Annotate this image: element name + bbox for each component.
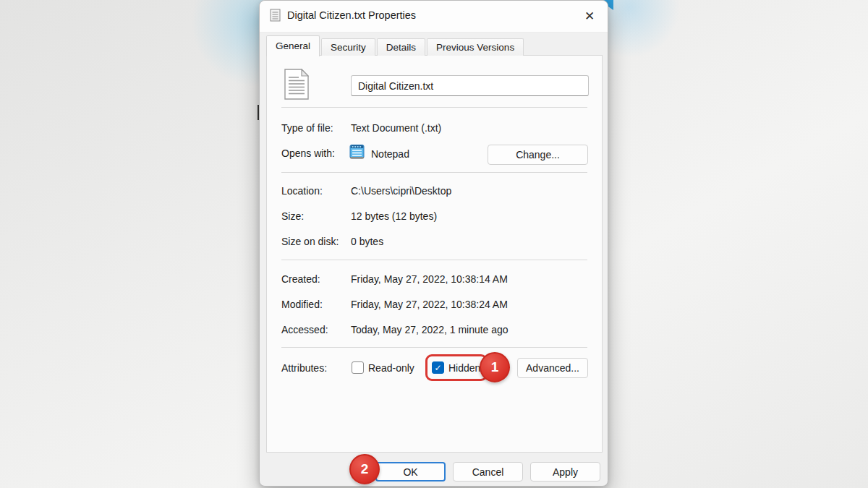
document-icon bbox=[270, 9, 281, 25]
location-label: Location: bbox=[281, 185, 323, 197]
general-tab-page: Type of file: Text Document (.txt) Opens… bbox=[266, 55, 603, 453]
read-only-checkbox-label[interactable]: Read-only bbox=[368, 362, 414, 374]
size-on-disk-label: Size on disk: bbox=[281, 236, 339, 247]
modified-value: Friday, May 27, 2022, 10:38:24 AM bbox=[351, 299, 508, 310]
opens-with-label: Opens with: bbox=[281, 147, 335, 159]
hidden-checkbox-label[interactable]: Hidden bbox=[448, 362, 480, 374]
cancel-button[interactable]: Cancel bbox=[453, 462, 523, 481]
created-value: Friday, May 27, 2022, 10:38:14 AM bbox=[351, 273, 508, 285]
separator bbox=[281, 347, 587, 348]
advanced-button[interactable]: Advanced... bbox=[517, 358, 588, 378]
desktop-background: Digital Citizen.txt Properties ✕ General… bbox=[0, 0, 868, 488]
created-label: Created: bbox=[281, 273, 320, 285]
tab-security[interactable]: Security bbox=[321, 38, 375, 56]
properties-dialog: Digital Citizen.txt Properties ✕ General… bbox=[259, 0, 608, 487]
filename-input[interactable] bbox=[351, 75, 589, 96]
hidden-checkbox[interactable]: ✓ bbox=[432, 361, 444, 374]
change-button[interactable]: Change... bbox=[488, 145, 588, 165]
location-value: C:\Users\cipri\Desktop bbox=[351, 185, 451, 197]
title-bar: Digital Citizen.txt Properties ✕ bbox=[260, 1, 608, 33]
modified-label: Modified: bbox=[281, 299, 323, 310]
separator bbox=[281, 172, 587, 173]
size-on-disk-value: 0 bytes bbox=[351, 236, 383, 247]
tab-strip: General Security Details Previous Versio… bbox=[266, 33, 601, 56]
checkmark-icon: ✓ bbox=[434, 363, 441, 373]
apply-button[interactable]: Apply bbox=[530, 462, 600, 481]
annotation-step-1-badge: 1 bbox=[480, 352, 510, 382]
read-only-checkbox[interactable] bbox=[352, 361, 364, 374]
close-button[interactable]: ✕ bbox=[577, 4, 602, 27]
attributes-label: Attributes: bbox=[281, 362, 327, 374]
accessed-value: Today, May 27, 2022, 1 minute ago bbox=[351, 324, 509, 335]
close-icon: ✕ bbox=[584, 9, 595, 24]
annotation-step-1-number: 1 bbox=[491, 359, 499, 375]
size-value: 12 bytes (12 bytes) bbox=[351, 210, 437, 222]
tab-general[interactable]: General bbox=[266, 35, 320, 56]
opens-with-value: Notepad bbox=[371, 148, 409, 160]
tab-details[interactable]: Details bbox=[377, 38, 425, 56]
type-of-file-label: Type of file: bbox=[281, 122, 333, 134]
text-cursor-artifact bbox=[258, 105, 259, 120]
type-of-file-value: Text Document (.txt) bbox=[351, 122, 441, 134]
annotation-step-2-number: 2 bbox=[361, 461, 369, 477]
file-icon bbox=[284, 69, 309, 103]
notepad-icon bbox=[349, 143, 365, 163]
ok-button[interactable]: OK bbox=[375, 462, 446, 481]
separator bbox=[281, 260, 587, 260]
accessed-label: Accessed: bbox=[281, 324, 328, 335]
annotation-step-2-badge: 2 bbox=[349, 454, 380, 484]
window-title: Digital Citizen.txt Properties bbox=[287, 9, 416, 21]
separator bbox=[281, 107, 587, 108]
tab-previous-versions[interactable]: Previous Versions bbox=[427, 38, 524, 56]
size-label: Size: bbox=[281, 210, 304, 222]
